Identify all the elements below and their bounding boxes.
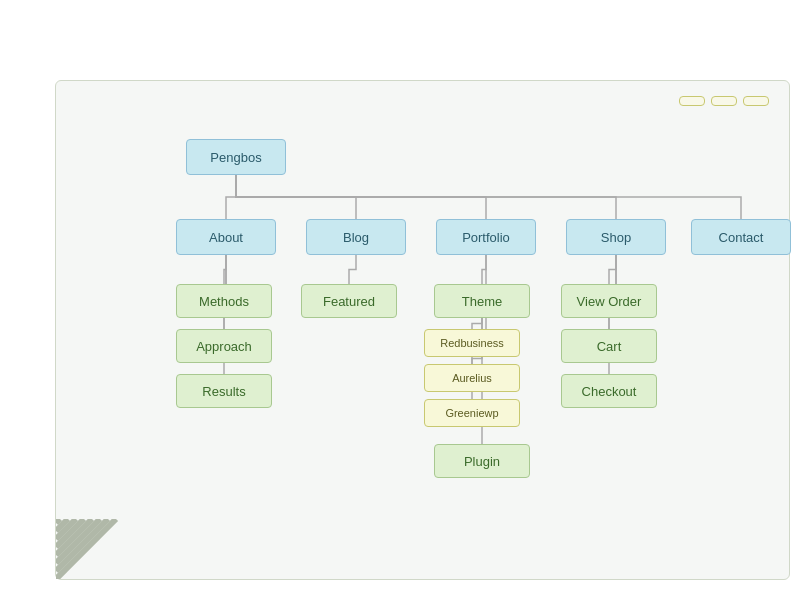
node-results[interactable]: Results	[176, 374, 272, 408]
page-title	[0, 0, 800, 28]
node-aurelius[interactable]: Aurelius	[424, 364, 520, 392]
decoration	[56, 519, 176, 579]
sitemap-container: PengbosAboutBlogPortfolioShopContactMeth…	[55, 80, 790, 580]
node-about[interactable]: About	[176, 219, 276, 255]
node-cart[interactable]: Cart	[561, 329, 657, 363]
node-approach[interactable]: Approach	[176, 329, 272, 363]
node-featured[interactable]: Featured	[301, 284, 397, 318]
node-checkout[interactable]: Checkout	[561, 374, 657, 408]
node-root[interactable]: Pengbos	[186, 139, 286, 175]
node-theme[interactable]: Theme	[434, 284, 530, 318]
node-portfolio[interactable]: Portfolio	[436, 219, 536, 255]
node-contact[interactable]: Contact	[691, 219, 791, 255]
tree-area: PengbosAboutBlogPortfolioShopContactMeth…	[76, 99, 769, 537]
node-greeniewp[interactable]: Greeniewp	[424, 399, 520, 427]
node-redbusiness[interactable]: Redbusiness	[424, 329, 520, 357]
node-vieworder[interactable]: View Order	[561, 284, 657, 318]
connectors-svg	[76, 99, 769, 537]
node-blog[interactable]: Blog	[306, 219, 406, 255]
node-methods[interactable]: Methods	[176, 284, 272, 318]
node-plugin[interactable]: Plugin	[434, 444, 530, 478]
node-shop[interactable]: Shop	[566, 219, 666, 255]
